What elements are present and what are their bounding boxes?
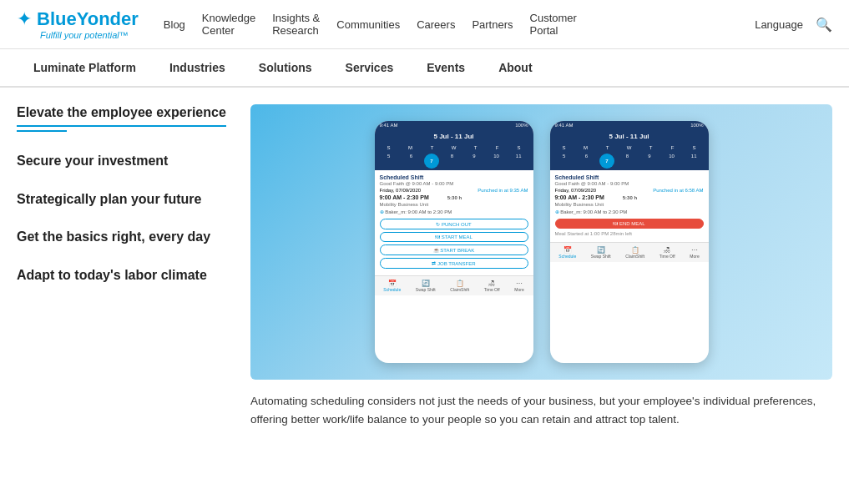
phone1-day-date-row: Friday, 07/09/2020 Punched in at 9:35 AM xyxy=(380,188,528,193)
nav-about[interactable]: About xyxy=(482,49,548,86)
phone2-time: 9:41 AM xyxy=(555,123,574,128)
nav-solutions[interactable]: Solutions xyxy=(242,49,329,86)
phone1-shift-time: 9:00 AM - 2:30 PM 5:30 h xyxy=(380,194,528,200)
nav-customer-portal[interactable]: Customer Portal xyxy=(530,12,577,37)
phone-mockup-2: 9:41 AM 100% 5 Jul - 11 Jul S M T W T F … xyxy=(550,121,709,363)
phone2-end-meal-btn[interactable]: 🍽 END MEAL xyxy=(555,219,704,229)
phone1-date-numbers: 5 6 7 8 9 10 11 xyxy=(375,152,533,170)
phone1-job-transfer-btn[interactable]: ⇄ JOB TRANSFER xyxy=(380,258,528,269)
brand-name[interactable]: BlueYonder xyxy=(37,8,139,30)
phone2-shift-title: Scheduled Shift xyxy=(555,174,704,180)
nav-services[interactable]: Services xyxy=(329,49,411,86)
phone2-date-range: 5 Jul - 11 Jul xyxy=(609,133,649,140)
phone1-shift-title: Scheduled Shift xyxy=(380,174,528,180)
nav-careers[interactable]: Careers xyxy=(417,18,455,31)
job-transfer-icon: ⇄ xyxy=(432,261,436,266)
nav-blog[interactable]: Blog xyxy=(164,18,185,31)
nav-events[interactable]: Events xyxy=(410,49,482,86)
nav-communities[interactable]: Communities xyxy=(336,18,400,31)
end-meal-icon: 🍽 xyxy=(613,221,618,226)
phone1-nav-swap-shift[interactable]: 🔄Swap Shift xyxy=(416,280,436,292)
phone2-bottom-nav: 📅Schedule 🔄Swap Shift 📋ClaimShift 🏖Time … xyxy=(550,242,709,262)
sidebar-item-strategically[interactable]: Strategically plan your future xyxy=(17,191,234,209)
phone2-meal-info: Meal Started at 1:00 PM 28min left xyxy=(555,231,704,236)
search-icon[interactable]: 🔍 xyxy=(816,17,832,33)
nav-luminate-platform[interactable]: Luminate Platform xyxy=(17,49,153,86)
phone2-date-nav: 5 Jul - 11 Jul xyxy=(550,129,709,144)
phone1-punch-info: Punched in at 9:35 AM xyxy=(478,188,528,193)
phone2-day-date: Friday, 07/09/2020 xyxy=(555,188,597,193)
start-break-icon: ☕ xyxy=(433,248,439,253)
phone1-date-nav: 5 Jul - 11 Jul xyxy=(375,129,533,144)
phone1-shift-subtitle: Good Faith @ 9:00 AM - 9:00 PM xyxy=(380,181,528,186)
sidebar-item-basics[interactable]: Get the basics right, every day xyxy=(17,229,234,246)
main-content: Elevate the employee experience Secure y… xyxy=(0,88,849,445)
phone1-bottom-nav: 📅Schedule 🔄Swap Shift 📋ClaimShift 🏖Time … xyxy=(375,275,533,295)
phone2-status-bar: 9:41 AM 100% xyxy=(550,121,709,129)
sidebar-item-adapt-label[interactable]: Adapt to today's labor climate xyxy=(17,267,234,285)
phone1-date-range: 5 Jul - 11 Jul xyxy=(433,133,473,140)
phone2-body: Scheduled Shift Good Faith @ 9:00 AM - 9… xyxy=(550,170,709,242)
phone2-nav-more[interactable]: ⋯More xyxy=(690,246,699,259)
top-nav-right: Language 🔍 xyxy=(755,17,832,33)
phone2-nav-timeoff[interactable]: 🏖Time Off xyxy=(659,246,675,259)
nav-insights[interactable]: Insights & Research xyxy=(272,12,320,37)
sidebar-item-elevate-label[interactable]: Elevate the employee experience xyxy=(17,104,226,127)
phone-mockup-1: 9:41 AM 100% 5 Jul - 11 Jul S M T W T F … xyxy=(375,121,533,363)
phone2-battery: 100% xyxy=(690,123,703,128)
phone1-nav-more[interactable]: ⋯More xyxy=(514,280,523,292)
nav-partners[interactable]: Partners xyxy=(472,18,513,31)
left-sidebar: Elevate the employee experience Secure y… xyxy=(17,104,234,428)
sidebar-item-strategically-label[interactable]: Strategically plan your future xyxy=(17,191,234,209)
brand-tagline: Fulfill your potential™ xyxy=(40,30,139,40)
phone1-body: Scheduled Shift Good Faith @ 9:00 AM - 9… xyxy=(375,170,533,275)
nav-knowledge-center[interactable]: Knowledge Center xyxy=(202,12,255,37)
phone2-day-date-row: Friday, 07/09/2020 Punched in at 6:58 AM xyxy=(555,188,704,193)
phone2-nav-schedule[interactable]: 📅Schedule xyxy=(558,246,576,259)
phone2-punch-info: Punched in at 6:58 AM xyxy=(653,188,703,193)
phone1-status-bar: 9:41 AM 100% xyxy=(375,121,533,129)
phone1-day-labels: S M T W T F S xyxy=(375,144,533,152)
phone2-location: ⊕ Baker_m: 9:00 AM to 2:30 PM xyxy=(555,209,704,214)
active-indicator xyxy=(17,130,67,132)
phone2-date-numbers: 5 6 7 8 9 10 11 xyxy=(550,152,709,170)
start-meal-icon: 🍽 xyxy=(435,234,440,239)
phone2-nav-claimshift[interactable]: 📋ClaimShift xyxy=(625,246,644,259)
secondary-navigation: Luminate Platform Industries Solutions S… xyxy=(0,49,849,88)
sidebar-item-basics-label[interactable]: Get the basics right, every day xyxy=(17,229,234,246)
punch-out-icon: ↻ xyxy=(436,222,440,227)
sidebar-item-secure-label[interactable]: Secure your investment xyxy=(17,153,234,170)
phone1-start-meal-btn[interactable]: 🍽 START MEAL xyxy=(380,232,528,242)
logo-area: ✦ BlueYonder Fulfill your potential™ xyxy=(17,8,139,40)
phone1-nav-claimshift[interactable]: 📋ClaimShift xyxy=(450,280,469,292)
phone1-time: 9:41 AM xyxy=(380,123,398,128)
phone1-battery: 100% xyxy=(515,123,528,128)
phone1-day-date: Friday, 07/09/2020 xyxy=(380,188,422,193)
nav-industries[interactable]: Industries xyxy=(153,49,242,86)
right-content: 9:41 AM 100% 5 Jul - 11 Jul S M T W T F … xyxy=(250,104,832,428)
phone2-nav-swap-shift[interactable]: 🔄Swap Shift xyxy=(591,246,611,259)
phone1-start-break-btn[interactable]: ☕ START BREAK xyxy=(380,244,528,255)
language-selector[interactable]: Language xyxy=(755,18,803,31)
top-navigation: ✦ BlueYonder Fulfill your potential™ Blo… xyxy=(0,0,849,49)
phone1-location: ⊕ Baker_m: 9:00 AM to 2:30 PM xyxy=(380,209,528,214)
sidebar-item-elevate[interactable]: Elevate the employee experience xyxy=(17,104,234,132)
phone-screenshots: 9:41 AM 100% 5 Jul - 11 Jul S M T W T F … xyxy=(250,104,832,380)
phone2-shift-subtitle: Good Faith @ 9:00 AM - 9:00 PM xyxy=(555,181,704,186)
sidebar-item-secure[interactable]: Secure your investment xyxy=(17,153,234,170)
description-text: Automating scheduling considers not just… xyxy=(250,392,832,428)
phone2-shift-time: 9:00 AM - 2:30 PM 5:30 h xyxy=(555,194,704,200)
sidebar-item-adapt[interactable]: Adapt to today's labor climate xyxy=(17,267,234,285)
phone1-punch-out-btn[interactable]: ↻ PUNCH OUT xyxy=(380,219,528,229)
phone1-business-unit: Mobility Business Unit xyxy=(380,202,528,207)
logo-icon: ✦ xyxy=(17,8,32,30)
phone2-business-unit: Mobility Business Unit xyxy=(555,202,704,207)
phone1-nav-timeoff[interactable]: 🏖Time Off xyxy=(484,280,500,292)
top-nav-links: Blog Knowledge Center Insights & Researc… xyxy=(164,12,755,37)
phone2-day-labels: S M T W T F S xyxy=(550,144,709,152)
phone1-nav-schedule[interactable]: 📅Schedule xyxy=(383,280,401,292)
